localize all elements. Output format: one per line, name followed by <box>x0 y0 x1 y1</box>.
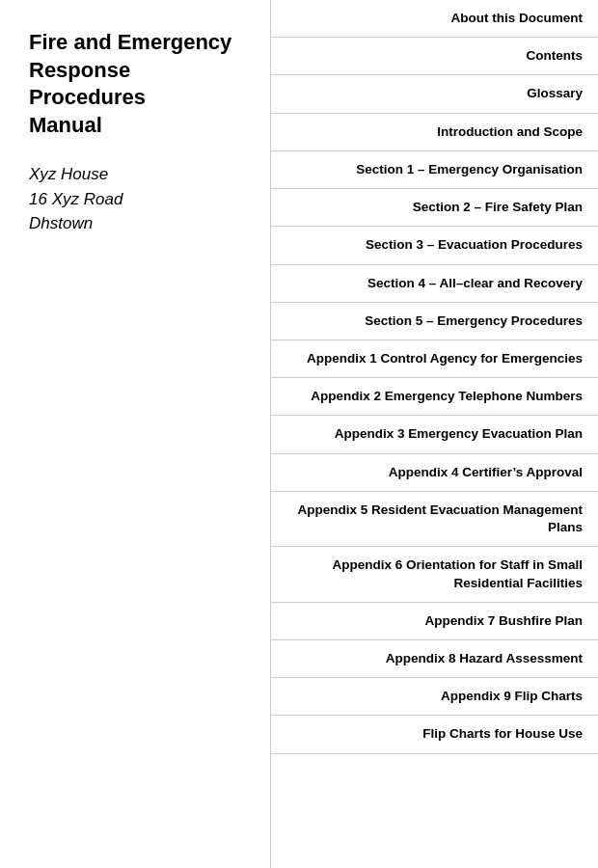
address-line3: Dhstown <box>29 211 251 236</box>
toc-item-section3[interactable]: Section 3 – Evacuation Procedures <box>271 227 598 264</box>
toc-item-appendix6[interactable]: Appendix 6 Orientation for Staff in Smal… <box>271 547 598 602</box>
toc-item-appendix4[interactable]: Appendix 4 Certifier’s Approval <box>271 454 598 492</box>
toc-item-appendix8[interactable]: Appendix 8 Hazard Assessment <box>271 640 598 678</box>
toc-item-about[interactable]: About this Document <box>271 0 598 38</box>
title-line2: Response Procedures <box>29 58 146 110</box>
address-line1: Xyz House <box>29 162 251 187</box>
address-line2: 16 Xyz Road <box>29 187 251 212</box>
toc-item-appendix3[interactable]: Appendix 3 Emergency Evacuation Plan <box>271 416 598 453</box>
address-block: Xyz House 16 Xyz Road Dhstown <box>29 162 251 236</box>
document-title: Fire and Emergency Response Procedures M… <box>29 29 251 139</box>
toc-item-section2[interactable]: Section 2 – Fire Safety Plan <box>271 189 598 227</box>
left-panel: Fire and Emergency Response Procedures M… <box>0 0 270 868</box>
toc-item-section1[interactable]: Section 1 – Emergency Organisation <box>271 151 598 189</box>
toc-item-appendix7[interactable]: Appendix 7 Bushfire Plan <box>271 603 598 640</box>
title-line1: Fire and Emergency <box>29 30 231 54</box>
toc-item-glossary[interactable]: Glossary <box>271 75 598 113</box>
toc-item-section5[interactable]: Section 5 – Emergency Procedures <box>271 303 598 340</box>
toc-item-intro[interactable]: Introduction and Scope <box>271 114 598 151</box>
toc-item-flipcharts[interactable]: Flip Charts for House Use <box>271 716 598 753</box>
table-of-contents: About this DocumentContentsGlossaryIntro… <box>270 0 598 868</box>
title-line3: Manual <box>29 113 102 137</box>
toc-item-section4[interactable]: Section 4 – All–clear and Recovery <box>271 265 598 303</box>
toc-item-appendix5[interactable]: Appendix 5 Resident Evacuation Managemen… <box>271 492 598 547</box>
toc-item-appendix9[interactable]: Appendix 9 Flip Charts <box>271 678 598 716</box>
toc-item-appendix2[interactable]: Appendix 2 Emergency Telephone Numbers <box>271 378 598 416</box>
toc-item-contents[interactable]: Contents <box>271 38 598 75</box>
toc-item-appendix1[interactable]: Appendix 1 Control Agency for Emergencie… <box>271 340 598 378</box>
